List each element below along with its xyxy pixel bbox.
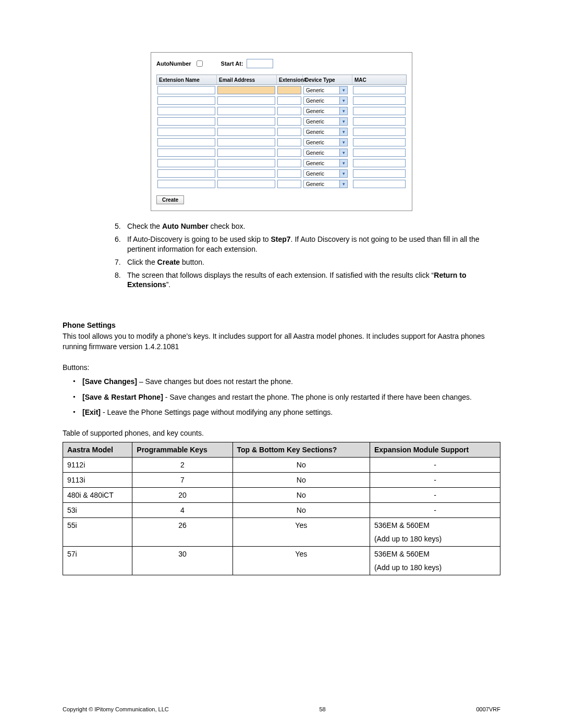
instruction-step: 7.Click the Create button. (115, 257, 500, 267)
grid-cell-input[interactable] (277, 96, 301, 105)
grid-cell-input[interactable] (157, 180, 215, 188)
grid-cell-input[interactable] (157, 159, 215, 167)
page-footer: Copyright © IPitomy Communication, LLC 5… (63, 706, 500, 712)
device-type-select[interactable]: Generic▾ (303, 107, 348, 115)
table-caption: Table of supported phones, and key count… (63, 428, 500, 439)
col-mac: MAC (352, 75, 406, 84)
chevron-down-icon: ▾ (339, 170, 347, 177)
create-button[interactable]: Create (156, 195, 184, 204)
chevron-down-icon: ▾ (339, 87, 347, 94)
table-header-cell: Top & Bottom Key Sections? (232, 442, 370, 457)
grid-cell-input[interactable] (353, 149, 406, 157)
grid-row: Generic▾ (156, 147, 407, 158)
footer-copyright: Copyright © IPitomy Communication, LLC (63, 706, 169, 712)
instruction-step: 6. If Auto-Discovery is going to be used… (115, 235, 500, 254)
grid-cell-input[interactable] (157, 128, 215, 136)
grid-cell-input[interactable] (277, 138, 301, 146)
startat-label: Start At: (221, 60, 243, 67)
device-type-select[interactable]: Generic▾ (303, 138, 348, 146)
chevron-down-icon: ▾ (339, 159, 347, 167)
instruction-step: 5.Check the Auto Number check box. (115, 221, 500, 231)
phone-settings-intro: This tool allows you to modify a phone’s… (63, 331, 500, 352)
grid-row: Generic▾ (156, 158, 407, 168)
grid-cell-input[interactable] (277, 180, 301, 188)
extension-grid-screenshot: AutoNumber Start At: Extension Name Emai… (151, 52, 412, 211)
table-row: 9113i7No- (63, 472, 500, 487)
grid-header: Extension Name Email Address Extension# … (156, 75, 407, 85)
table-header-cell: Aastra Model (63, 442, 132, 457)
grid-cell-input[interactable] (353, 128, 406, 136)
grid-cell-input[interactable] (353, 180, 406, 188)
startat-input[interactable] (247, 59, 273, 68)
grid-cell-input[interactable] (277, 159, 301, 167)
grid-cell-input[interactable] (217, 180, 275, 188)
grid-cell-input[interactable] (277, 86, 301, 94)
chevron-down-icon: ▾ (339, 128, 347, 135)
grid-cell-input[interactable] (217, 128, 275, 136)
table-row: 9112i2No- (63, 457, 500, 472)
chevron-down-icon: ▾ (339, 139, 347, 146)
grid-cell-input[interactable] (217, 117, 275, 126)
table-row: 480i & 480iCT20No- (63, 487, 500, 502)
grid-cell-input[interactable] (157, 169, 215, 178)
col-extension-num: Extension# (277, 75, 303, 84)
grid-cell-input[interactable] (353, 117, 406, 126)
grid-cell-input[interactable] (353, 86, 406, 94)
device-type-select[interactable]: Generic▾ (303, 159, 348, 167)
phones-table: Aastra ModelProgrammable KeysTop & Botto… (63, 442, 500, 575)
grid-cell-input[interactable] (277, 107, 301, 115)
grid-row: Generic▾ (156, 85, 407, 95)
grid-cell-input[interactable] (353, 107, 406, 115)
instruction-step: 8.The screen that follows displays the r… (115, 270, 500, 290)
grid-row: Generic▾ (156, 106, 407, 116)
grid-cell-input[interactable] (217, 138, 275, 146)
grid-row: Generic▾ (156, 168, 407, 179)
grid-cell-input[interactable] (157, 117, 215, 126)
device-type-select[interactable]: Generic▾ (303, 149, 348, 157)
grid-row: Generic▾ (156, 137, 407, 147)
grid-cell-input[interactable] (157, 107, 215, 115)
table-row: 57i30Yes536EM & 560EM(Add up to 180 keys… (63, 546, 500, 575)
grid-cell-input[interactable] (277, 149, 301, 157)
grid-row: Generic▾ (156, 116, 407, 127)
instruction-steps: 5.Check the Auto Number check box.6. If … (115, 221, 500, 290)
grid-cell-input[interactable] (353, 159, 406, 167)
device-type-select[interactable]: Generic▾ (303, 180, 348, 188)
table-row: 55i26Yes536EM & 560EM(Add up to 180 keys… (63, 517, 500, 546)
grid-cell-input[interactable] (157, 138, 215, 146)
bullet-item: [Exit] - Leave the Phone Settings page w… (73, 408, 500, 418)
grid-row: Generic▾ (156, 179, 407, 189)
grid-cell-input[interactable] (217, 169, 275, 178)
grid-cell-input[interactable] (217, 86, 275, 94)
grid-cell-input[interactable] (157, 149, 215, 157)
col-extension-name: Extension Name (157, 75, 217, 84)
device-type-select[interactable]: Generic▾ (303, 96, 348, 105)
grid-cell-input[interactable] (277, 117, 301, 126)
grid-cell-input[interactable] (217, 159, 275, 167)
footer-page-number: 58 (320, 706, 326, 712)
device-type-select[interactable]: Generic▾ (303, 169, 348, 178)
grid-cell-input[interactable] (217, 149, 275, 157)
grid-cell-input[interactable] (353, 138, 406, 146)
grid-cell-input[interactable] (217, 96, 275, 105)
grid-cell-input[interactable] (353, 169, 406, 178)
device-type-select[interactable]: Generic▾ (303, 117, 348, 126)
chevron-down-icon: ▾ (339, 149, 347, 156)
table-row: 53i4No- (63, 502, 500, 517)
grid-cell-input[interactable] (277, 128, 301, 136)
grid-cell-input[interactable] (217, 107, 275, 115)
table-header-cell: Expansion Module Support (370, 442, 500, 457)
device-type-select[interactable]: Generic▾ (303, 86, 348, 94)
grid-cell-input[interactable] (277, 169, 301, 178)
phone-settings-heading: Phone Settings (63, 321, 500, 329)
footer-doc-id: 0007VRF (476, 706, 500, 712)
device-type-select[interactable]: Generic▾ (303, 128, 348, 136)
table-header-cell: Programmable Keys (132, 442, 232, 457)
chevron-down-icon: ▾ (339, 97, 347, 104)
autonumber-label: AutoNumber (156, 60, 191, 67)
grid-cell-input[interactable] (353, 96, 406, 105)
autonumber-checkbox[interactable] (197, 60, 203, 67)
grid-cell-input[interactable] (157, 86, 215, 94)
grid-cell-input[interactable] (157, 96, 215, 105)
chevron-down-icon: ▾ (339, 118, 347, 125)
